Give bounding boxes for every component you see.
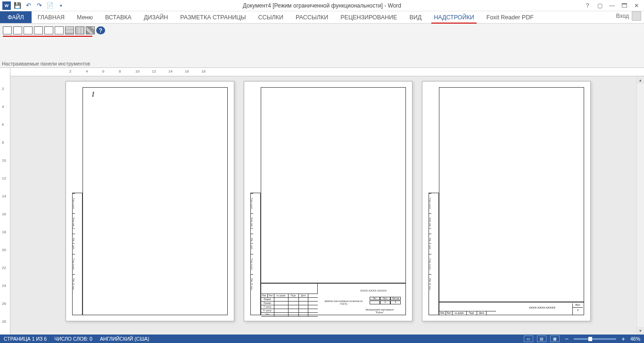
minimize-icon[interactable]: — <box>606 1 618 10</box>
view-web-icon[interactable]: ▦ <box>550 335 560 342</box>
frame-icon-7[interactable] <box>65 26 74 34</box>
editor-area: ⌐ 2 4 6 8 10 12 14 16 18 20 22 24 26 28 … <box>0 68 644 335</box>
maximize-icon[interactable]: 🗖 <box>619 1 630 10</box>
avatar-icon <box>632 11 641 21</box>
tab-design[interactable]: ДИЗАЙН <box>138 11 174 23</box>
vertical-ruler[interactable]: 2 4 6 8 10 12 14 16 18 20 22 24 26 28 <box>0 68 10 335</box>
page-frame <box>261 87 406 283</box>
tab-references[interactable]: ССЫЛКИ <box>252 11 289 23</box>
tab-foxit[interactable]: Foxit Reader PDF <box>480 11 540 23</box>
help-icon[interactable]: ? <box>96 26 105 34</box>
tab-menu[interactable]: Меню <box>71 11 99 23</box>
sign-in[interactable]: Вход <box>616 11 641 21</box>
status-words[interactable]: ЧИСЛО СЛОВ: 0 <box>54 336 92 342</box>
undo-icon[interactable]: ↶ <box>24 1 33 10</box>
sign-in-label: Вход <box>616 13 629 19</box>
status-bar: СТРАНИЦА 1 ИЗ 6 ЧИСЛО СЛОВ: 0 АНГЛИЙСКИЙ… <box>0 335 644 343</box>
close-icon[interactable]: ✕ <box>631 1 642 10</box>
stamp-desc: Шаблон для создания отчетов по ГОСТу <box>322 300 365 305</box>
tab-addins[interactable]: НАДСТРОЙКИ <box>428 11 480 23</box>
view-read-icon[interactable]: ▭ <box>524 335 533 342</box>
view-print-icon[interactable]: ▤ <box>537 335 546 342</box>
page-1[interactable]: I Подп. и дата Взам. инв. № Инв. № дубл.… <box>66 81 234 321</box>
scroll-up-icon[interactable]: ▴ <box>637 76 644 84</box>
frame-icon-2[interactable] <box>13 26 22 34</box>
page-frame <box>83 87 228 315</box>
scroll-down-icon[interactable]: ▾ <box>637 327 644 335</box>
tab-home[interactable]: ГЛАВНАЯ <box>32 11 71 23</box>
window-title: Документ4 [Режим ограниченной функционал… <box>243 2 401 9</box>
stamp-org: Авиационная корпорация "Рубин" <box>363 308 396 314</box>
new-doc-icon[interactable]: 📄 <box>46 1 54 10</box>
small-title-block: XXXX-XXXX-XXXXX Лист 3 Изм.Лист№ докум.П… <box>439 302 584 315</box>
page-2[interactable]: Подп. и дата Взам. инв. № Инв. № дубл. П… <box>244 81 413 321</box>
status-page[interactable]: СТРАНИЦА 1 ИЗ 6 <box>4 336 47 342</box>
tab-mailings[interactable]: РАССЫЛКИ <box>289 11 334 23</box>
toolbar-underline <box>3 36 92 37</box>
status-language[interactable]: АНГЛИЙСКИЙ (США) <box>100 336 149 342</box>
zoom-out-icon[interactable]: − <box>563 335 570 342</box>
frame-icon-9[interactable] <box>86 26 95 34</box>
frame-icon-8[interactable] <box>75 26 84 34</box>
frame-icon-6[interactable] <box>55 26 64 34</box>
title-bar: W 💾 ↶ ↷ 📄 ▾ Документ4 [Режим ограниченно… <box>0 0 644 11</box>
stamp-code: XXXX-XXXX-XXXXX <box>360 289 387 292</box>
frame-icon-5[interactable] <box>44 26 53 34</box>
save-icon[interactable]: 💾 <box>13 1 22 10</box>
addin-toolbar: ? <box>3 26 641 34</box>
horizontal-ruler[interactable]: 2 4 6 8 10 12 14 16 18 <box>10 68 644 76</box>
side-stamp: Подп. и дата Взам. инв. № Инв. № дубл. П… <box>429 193 439 315</box>
tab-insert[interactable]: ВСТАВКА <box>99 11 138 23</box>
tab-file[interactable]: ФАЙЛ <box>0 11 32 23</box>
page-3[interactable]: Подп. и дата Взам. инв. № Инв. № дубл. П… <box>422 81 591 321</box>
text-cursor: I <box>92 91 94 98</box>
frame-icon-1[interactable] <box>3 26 12 34</box>
title-block: XXXX-XXXX-XXXXX Шаблон для создания отче… <box>261 283 406 315</box>
word-icon[interactable]: W <box>2 1 11 10</box>
ribbon-group-label: Настраиваемые панели инструментов <box>2 61 90 66</box>
tab-review[interactable]: РЕЦЕНЗИРОВАНИЕ <box>334 11 403 23</box>
redo-icon[interactable]: ↷ <box>35 1 43 10</box>
document-canvas[interactable]: I Подп. и дата Взам. инв. № Инв. № дубл.… <box>10 76 636 335</box>
frame-icon-3[interactable] <box>24 26 33 34</box>
ribbon-body: ? Настраиваемые панели инструментов <box>0 24 644 68</box>
help-icon[interactable]: ? <box>582 1 593 10</box>
tab-layout[interactable]: РАЗМЕТКА СТРАНИЦЫ <box>174 11 252 23</box>
side-stamp: Подп. и дата Взам. инв. № Инв. № дубл. П… <box>250 193 261 315</box>
ribbon-options-icon[interactable]: ▢ <box>594 1 605 10</box>
side-stamp: Подп. и дата Взам. инв. № Инв. № дубл. П… <box>72 193 83 315</box>
zoom-slider[interactable] <box>574 338 616 340</box>
tab-view[interactable]: ВИД <box>403 11 428 23</box>
zoom-in-icon[interactable]: + <box>620 335 627 342</box>
editor-main: 2 4 6 8 10 12 14 16 18 I Подп. и дата Вз… <box>10 68 644 335</box>
qat-dropdown-icon[interactable]: ▾ <box>57 1 65 10</box>
quick-access-toolbar: W 💾 ↶ ↷ 📄 ▾ <box>0 1 65 10</box>
vertical-scrollbar[interactable]: ▴ ▾ <box>636 76 644 335</box>
ribbon-tabs: ФАЙЛ ГЛАВНАЯ Меню ВСТАВКА ДИЗАЙН РАЗМЕТК… <box>0 11 644 24</box>
pages-container: I Подп. и дата Взам. инв. № Инв. № дубл.… <box>10 76 636 326</box>
page-frame <box>439 87 584 302</box>
window-controls: ? ▢ — 🗖 ✕ <box>582 1 644 10</box>
frame-icon-4[interactable] <box>34 26 43 34</box>
zoom-level[interactable]: 46% <box>630 336 640 342</box>
